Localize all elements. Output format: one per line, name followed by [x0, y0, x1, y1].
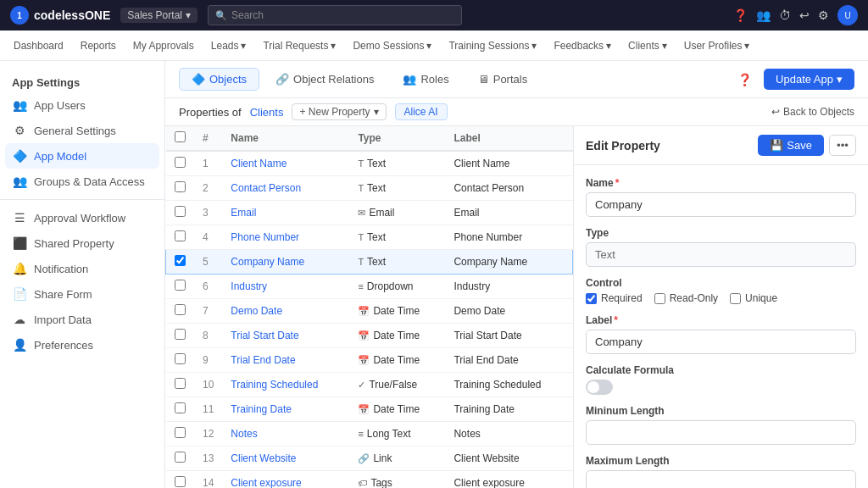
- main-area: App Settings 👥 App Users ⚙ General Setti…: [0, 61, 868, 488]
- calc-formula-toggle[interactable]: [586, 380, 613, 395]
- unique-checkbox-item[interactable]: Unique: [730, 292, 777, 304]
- tab-portals[interactable]: 🖥 Portals: [465, 68, 540, 91]
- table-row[interactable]: 3 Email ✉Email Email: [166, 201, 573, 225]
- new-property-button[interactable]: + New Property ▾: [292, 103, 386, 120]
- sidebar-item-import-data[interactable]: ☁ Import Data: [0, 307, 164, 332]
- row-name[interactable]: Contact Person: [222, 176, 349, 201]
- row-num: 1: [194, 151, 222, 176]
- alice-ai-button[interactable]: Alice AI: [395, 103, 448, 120]
- select-all-checkbox[interactable]: [175, 131, 186, 142]
- row-name[interactable]: Training Date: [222, 397, 349, 422]
- name-input[interactable]: [586, 192, 856, 217]
- row-checkbox[interactable]: [175, 476, 186, 487]
- sidebar-item-app-model[interactable]: 🔷 App Model: [5, 143, 159, 169]
- sidebar-item-groups-data-access[interactable]: 👥 Groups & Data Access: [0, 169, 164, 194]
- row-name[interactable]: Trial Start Date: [222, 324, 349, 348]
- content-help-icon[interactable]: ❓: [737, 73, 752, 86]
- nav-leads[interactable]: Leads ▾: [211, 40, 247, 52]
- users-icon[interactable]: 👥: [756, 8, 771, 22]
- back-to-objects-button[interactable]: ↩ Back to Objects: [771, 106, 854, 118]
- required-checkbox-item[interactable]: Required: [586, 292, 643, 304]
- row-name[interactable]: Client exposure: [222, 471, 349, 489]
- table-row[interactable]: 13 Client Website 🔗Link Client Website: [166, 446, 573, 471]
- app-badge[interactable]: Sales Portal ▾: [120, 8, 198, 23]
- nav-training-sessions[interactable]: Training Sessions ▾: [448, 40, 537, 52]
- table-row[interactable]: 9 Trial End Date 📅Date Time Trial End Da…: [166, 348, 573, 373]
- row-name[interactable]: Company Name: [222, 250, 349, 274]
- nav-reports[interactable]: Reports: [81, 40, 116, 52]
- nav-clients[interactable]: Clients ▾: [628, 40, 667, 52]
- settings-icon[interactable]: ⚙: [818, 8, 829, 22]
- row-name[interactable]: Trial End Date: [222, 348, 349, 373]
- row-checkbox[interactable]: [175, 181, 186, 192]
- table-row[interactable]: 11 Training Date 📅Date Time Training Dat…: [166, 397, 573, 422]
- more-options-button[interactable]: •••: [829, 135, 856, 156]
- row-checkbox-cell: [166, 274, 195, 299]
- row-name[interactable]: Client Name: [222, 151, 349, 176]
- row-checkbox[interactable]: [175, 230, 186, 241]
- undo-icon[interactable]: ↩: [799, 8, 810, 22]
- row-num: 11: [194, 397, 222, 422]
- sidebar-item-notification[interactable]: 🔔 Notification: [0, 256, 164, 281]
- save-button[interactable]: 💾 Save: [758, 135, 824, 156]
- sidebar-item-general-settings[interactable]: ⚙ General Settings: [0, 118, 164, 143]
- row-name[interactable]: Phone Number: [222, 225, 349, 250]
- type-field-group: Type: [586, 227, 856, 267]
- table-row[interactable]: 10 Training Scheduled ✓True/False Traini…: [166, 373, 573, 397]
- row-checkbox[interactable]: [175, 304, 186, 315]
- row-name[interactable]: Demo Date: [222, 299, 349, 324]
- row-checkbox[interactable]: [175, 206, 186, 217]
- nav-demo-sessions[interactable]: Demo Sessions ▾: [353, 40, 431, 52]
- table-row[interactable]: 1 Client Name TText Client Name: [166, 151, 573, 176]
- tab-roles[interactable]: 👥 Roles: [390, 68, 461, 91]
- readonly-checkbox[interactable]: [654, 293, 665, 304]
- readonly-checkbox-item[interactable]: Read-Only: [654, 292, 718, 304]
- sidebar-item-share-form[interactable]: 📄 Share Form: [0, 281, 164, 307]
- required-checkbox[interactable]: [586, 293, 597, 304]
- min-length-input[interactable]: [586, 420, 856, 445]
- table-row[interactable]: 5 Company Name TText Company Name: [166, 250, 573, 274]
- clock-icon[interactable]: ⏱: [779, 8, 791, 22]
- nav-user-profiles[interactable]: User Profiles ▾: [684, 40, 750, 52]
- tab-object-relations[interactable]: 🔗 Object Relations: [263, 68, 387, 91]
- row-name[interactable]: Industry: [222, 274, 349, 299]
- row-checkbox[interactable]: [175, 329, 186, 340]
- row-checkbox[interactable]: [175, 157, 186, 168]
- sidebar-item-approval-workflow[interactable]: ☰ Approval Workflow: [0, 205, 164, 230]
- label-input[interactable]: [586, 330, 856, 354]
- row-checkbox[interactable]: [175, 255, 186, 266]
- table-row[interactable]: 14 Client exposure 🏷Tags Client exposure: [166, 471, 573, 489]
- row-checkbox[interactable]: [175, 402, 186, 413]
- avatar[interactable]: U: [837, 5, 858, 25]
- nav-feedbacks[interactable]: Feedbacks ▾: [554, 40, 611, 52]
- row-name[interactable]: Notes: [222, 422, 349, 446]
- tab-objects[interactable]: 🔷 Objects: [179, 68, 259, 91]
- object-name-link[interactable]: Clients: [250, 106, 284, 119]
- table-row[interactable]: 12 Notes ≡Long Text Notes: [166, 422, 573, 446]
- nav-trial-requests[interactable]: Trial Requests ▾: [263, 40, 336, 52]
- row-label: Training Scheduled: [445, 373, 572, 397]
- max-length-input[interactable]: [586, 470, 856, 488]
- nav-dashboard[interactable]: Dashboard: [14, 40, 64, 52]
- row-checkbox[interactable]: [175, 280, 186, 291]
- table-row[interactable]: 2 Contact Person TText Contact Person: [166, 176, 573, 201]
- unique-checkbox[interactable]: [730, 293, 741, 304]
- row-checkbox[interactable]: [175, 353, 186, 364]
- table-row[interactable]: 7 Demo Date 📅Date Time Demo Date: [166, 299, 573, 324]
- row-name[interactable]: Client Website: [222, 446, 349, 471]
- nav-my-approvals[interactable]: My Approvals: [133, 40, 194, 52]
- update-app-button[interactable]: Update App ▾: [764, 69, 854, 90]
- row-checkbox[interactable]: [175, 427, 186, 438]
- row-name[interactable]: Training Scheduled: [222, 373, 349, 397]
- help-icon[interactable]: ❓: [733, 8, 748, 22]
- sidebar-item-preferences[interactable]: 👤 Preferences: [0, 332, 164, 358]
- row-checkbox[interactable]: [175, 378, 186, 389]
- row-name[interactable]: Email: [222, 201, 349, 225]
- app-badge-label: Sales Portal: [127, 9, 182, 21]
- table-row[interactable]: 8 Trial Start Date 📅Date Time Trial Star…: [166, 324, 573, 348]
- sidebar-item-app-users[interactable]: 👥 App Users: [0, 92, 164, 118]
- table-row[interactable]: 6 Industry ≡Dropdown Industry: [166, 274, 573, 299]
- sidebar-item-shared-property[interactable]: ⬛ Shared Property: [0, 230, 164, 256]
- row-checkbox[interactable]: [175, 452, 186, 463]
- table-row[interactable]: 4 Phone Number TText Phone Number: [166, 225, 573, 250]
